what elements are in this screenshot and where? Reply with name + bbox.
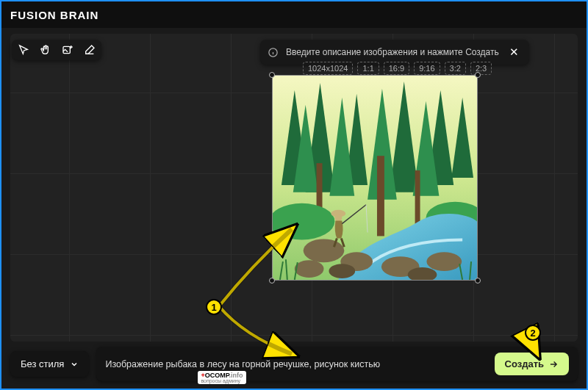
hint-text: Введите описание изображения и нажмите С…: [286, 47, 499, 57]
cursor-icon[interactable]: [18, 44, 29, 56]
generated-image[interactable]: [272, 75, 478, 281]
hint-bar: Введите описание изображения и нажмите С…: [260, 40, 529, 65]
watermark-badge: +OCOMP.info вопросы админу: [198, 371, 245, 384]
ratio-chip[interactable]: 1:1: [357, 62, 379, 75]
info-icon: [268, 47, 279, 58]
prompt-value: Изображение рыбака в лесу на горной речу…: [105, 359, 380, 369]
add-image-icon[interactable]: [62, 44, 74, 56]
create-label: Создать: [505, 358, 544, 369]
style-label: Без стиля: [21, 358, 64, 369]
size-row: 1024x1024 1:1 16:9 9:16 3:2 2:3: [303, 62, 492, 75]
bottom-bar: Без стиля Изображение рыбака в лесу на г…: [10, 347, 578, 381]
svg-point-26: [334, 214, 342, 222]
arrow-right-icon: [548, 359, 559, 369]
app-logo: FUSION BRAIN: [10, 9, 98, 21]
annotation-marker-1: 1: [206, 299, 222, 315]
chevron-down-icon: [70, 360, 79, 369]
svg-point-23: [329, 264, 355, 278]
painting-icon: [273, 76, 477, 280]
ratio-chip[interactable]: 2:3: [470, 62, 492, 75]
svg-point-22: [295, 260, 324, 278]
svg-rect-15: [415, 170, 420, 228]
resize-handle[interactable]: [269, 72, 275, 78]
annotation-marker-2: 2: [525, 325, 541, 341]
svg-point-18: [304, 239, 345, 262]
svg-rect-14: [377, 156, 384, 236]
close-icon[interactable]: ✕: [506, 46, 522, 59]
prompt-input[interactable]: Изображение рыбака в лесу на горной речу…: [105, 359, 485, 369]
tool-palette: [12, 40, 101, 60]
svg-point-21: [426, 252, 462, 271]
prompt-bar: Изображение рыбака в лесу на горной речу…: [96, 347, 578, 381]
hand-icon[interactable]: [40, 44, 51, 56]
create-button[interactable]: Создать: [495, 353, 569, 375]
resize-handle[interactable]: [269, 278, 275, 284]
resolution-chip[interactable]: 1024x1024: [303, 62, 353, 75]
ratio-chip[interactable]: 16:9: [384, 62, 409, 75]
ratio-chip[interactable]: 3:2: [445, 62, 466, 75]
ratio-chip[interactable]: 9:16: [414, 62, 440, 75]
style-select[interactable]: Без стиля: [10, 351, 89, 377]
app-header: FUSION BRAIN: [1, 1, 587, 28]
resize-handle[interactable]: [475, 278, 481, 284]
eraser-icon[interactable]: [84, 44, 96, 56]
resize-handle[interactable]: [475, 72, 481, 78]
